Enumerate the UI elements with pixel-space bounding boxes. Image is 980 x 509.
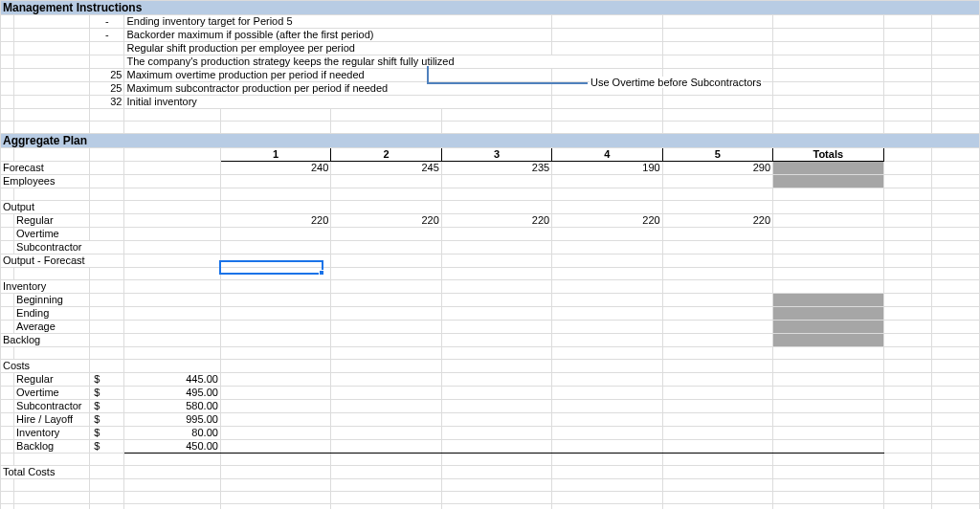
average-row[interactable]: Average bbox=[1, 321, 980, 334]
cost-regular-row[interactable]: Regular $ 445.00 bbox=[1, 373, 980, 387]
cost-inventory-row[interactable]: Inventory $ 80.00 bbox=[1, 427, 980, 440]
section-header-agg: Aggregate Plan bbox=[1, 134, 980, 148]
overtime-row[interactable]: Overtime bbox=[1, 228, 980, 241]
blank-row[interactable] bbox=[1, 109, 980, 122]
employees-row[interactable]: Employees bbox=[1, 175, 980, 188]
instruction-row[interactable]: Regular shift production per employee pe… bbox=[1, 42, 980, 55]
spreadsheet-grid[interactable]: Management Instructions - Ending invento… bbox=[0, 0, 980, 509]
cost-overtime-row[interactable]: Overtime $ 495.00 bbox=[1, 387, 980, 400]
cost-hire-layoff-row[interactable]: Hire / Layoff $ 995.00 bbox=[1, 413, 980, 427]
worksheet-table[interactable]: Management Instructions - Ending invento… bbox=[0, 0, 980, 509]
blank-row[interactable] bbox=[1, 492, 980, 504]
mgmt-title: Management Instructions bbox=[1, 1, 980, 15]
subcontractor-row[interactable]: Subcontractor bbox=[1, 241, 980, 254]
instruction-row[interactable]: - Backorder maximum if possible (after t… bbox=[1, 29, 980, 42]
beginning-row[interactable]: Beginning bbox=[1, 294, 980, 307]
blank-row[interactable] bbox=[1, 479, 980, 492]
callout-connector-icon bbox=[427, 66, 429, 82]
instruction-row[interactable]: - Ending inventory target for Period 5 bbox=[1, 15, 980, 29]
output-row: Output bbox=[1, 201, 980, 214]
period-header-row: 1 2 3 4 5 Totals bbox=[1, 148, 980, 162]
costs-header-row: Costs bbox=[1, 360, 980, 373]
blank-row[interactable] bbox=[1, 454, 980, 466]
regular-row[interactable]: Regular 220 220 220 220 220 bbox=[1, 214, 980, 228]
instruction-row[interactable]: 25 Maximum overtime production per perio… bbox=[1, 69, 980, 82]
blank-row[interactable] bbox=[1, 347, 980, 360]
blank-row[interactable] bbox=[1, 268, 980, 280]
blank-row[interactable] bbox=[1, 504, 980, 510]
agg-title: Aggregate Plan bbox=[1, 134, 980, 148]
blank-row[interactable] bbox=[1, 122, 980, 134]
callout-connector-icon bbox=[427, 82, 588, 84]
output-forecast-row[interactable]: Output - Forecast bbox=[1, 254, 980, 268]
forecast-row[interactable]: Forecast 240 245 235 190 290 bbox=[1, 162, 980, 175]
blank-row[interactable] bbox=[1, 188, 980, 201]
backlog-row[interactable]: Backlog bbox=[1, 334, 980, 347]
inventory-row: Inventory bbox=[1, 280, 980, 294]
cost-subcontractor-row[interactable]: Subcontractor $ 580.00 bbox=[1, 400, 980, 413]
instruction-row[interactable]: 32 Initial inventory bbox=[1, 96, 980, 109]
total-costs-row[interactable]: Total Costs bbox=[1, 466, 980, 479]
ending-row[interactable]: Ending bbox=[1, 307, 980, 321]
callout-text: Use Overtime before Subcontractors bbox=[590, 77, 763, 88]
cost-backlog-row[interactable]: Backlog $ 450.00 bbox=[1, 440, 980, 454]
section-header-mgmt: Management Instructions bbox=[1, 1, 980, 15]
instruction-row[interactable]: The company's production strategy keeps … bbox=[1, 55, 980, 69]
